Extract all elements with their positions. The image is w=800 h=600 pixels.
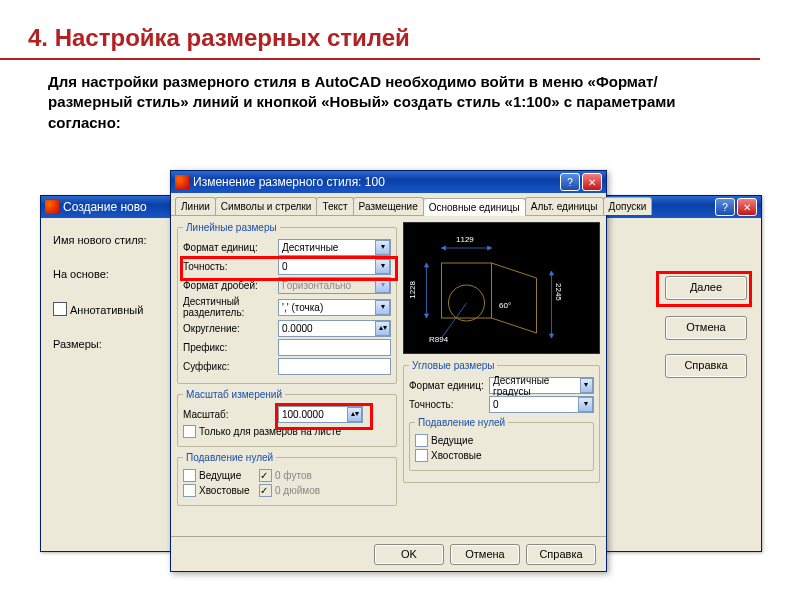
group-suppress: Подавление нулей Ведущие ✓0 футов Хвосто… bbox=[177, 452, 397, 506]
chevron-down-icon[interactable]: ▾ bbox=[375, 259, 390, 274]
label-round: Округление: bbox=[183, 323, 278, 334]
tab-bar: Линии Символы и стрелки Текст Размещение… bbox=[171, 193, 606, 216]
tab-tolerances[interactable]: Допуски bbox=[603, 197, 653, 215]
dialog-button-row: OK Отмена Справка bbox=[171, 536, 606, 571]
preview-dim-right: 2245 bbox=[554, 283, 563, 301]
label-precision: Точность: bbox=[183, 261, 278, 272]
app-icon bbox=[175, 175, 189, 189]
unit-format-combo[interactable]: Десятичные▾ bbox=[278, 239, 391, 256]
tab-text[interactable]: Текст bbox=[316, 197, 353, 215]
chevron-down-icon[interactable]: ▾ bbox=[580, 378, 593, 393]
cancel-button[interactable]: Отмена bbox=[450, 544, 520, 565]
label-inches: 0 дюймов bbox=[275, 485, 320, 496]
ang-precision-combo[interactable]: 0▾ bbox=[489, 396, 594, 413]
dimension-preview: 1129 1228 2245 60° R894 bbox=[403, 222, 600, 354]
preview-dim-left: 1228 bbox=[408, 281, 417, 299]
label-suffix: Суффикс: bbox=[183, 361, 278, 372]
chevron-down-icon[interactable]: ▾ bbox=[578, 397, 593, 412]
ok-button[interactable]: OK bbox=[374, 544, 444, 565]
spinner-icon[interactable]: ▴▾ bbox=[375, 321, 390, 336]
prefix-input[interactable] bbox=[278, 339, 391, 356]
layout-only-checkbox[interactable] bbox=[183, 425, 196, 438]
label-trailing: Хвостовые bbox=[199, 485, 259, 496]
group-ang-suppress: Подавление нулей Ведущие Хвостовые bbox=[409, 417, 594, 471]
scale-spinner[interactable]: 100.0000▴▾ bbox=[278, 406, 363, 423]
round-spinner[interactable]: 0.0000▴▾ bbox=[278, 320, 391, 337]
group-angular: Угловые размеры Формат единиц: Десятичны… bbox=[403, 360, 600, 483]
tab-fit[interactable]: Размещение bbox=[353, 197, 424, 215]
label-prefix: Префикс: bbox=[183, 342, 278, 353]
preview-dim-angle: 60° bbox=[499, 301, 511, 310]
help-icon[interactable]: ? bbox=[560, 173, 580, 191]
group-scale: Масштаб измерений Масштаб: 100.0000▴▾ То… bbox=[177, 389, 397, 447]
inches-checkbox: ✓ bbox=[259, 484, 272, 497]
label-fraction: Формат дробей: bbox=[183, 280, 278, 291]
ang-trailing-checkbox[interactable] bbox=[415, 449, 428, 462]
cancel-button-back[interactable]: Отмена bbox=[665, 316, 747, 340]
fraction-combo: Горизонтально▾ bbox=[278, 277, 391, 294]
window-title-front: Изменение размерного стиля: 100 bbox=[193, 175, 560, 189]
precision-combo[interactable]: 0▾ bbox=[278, 258, 391, 275]
label-ang-trailing: Хвостовые bbox=[431, 450, 482, 461]
label-scale: Масштаб: bbox=[183, 409, 278, 420]
modify-style-dialog: Изменение размерного стиля: 100 ? ✕ Лини… bbox=[170, 170, 607, 572]
preview-dim-top: 1129 bbox=[456, 235, 474, 244]
label-feet: 0 футов bbox=[275, 470, 312, 481]
tab-symbols[interactable]: Символы и стрелки bbox=[215, 197, 318, 215]
dialog-area: Создание ново ? ✕ Имя нового стиля: На о… bbox=[40, 170, 760, 570]
label-leading: Ведущие bbox=[199, 470, 259, 481]
tab-lines[interactable]: Линии bbox=[175, 197, 216, 215]
tab-alt-units[interactable]: Альт. единицы bbox=[525, 197, 604, 215]
legend-linear: Линейные размеры bbox=[183, 222, 280, 233]
label-ang-format: Формат единиц: bbox=[409, 380, 489, 391]
spinner-icon[interactable]: ▴▾ bbox=[347, 407, 362, 422]
chevron-down-icon: ▾ bbox=[375, 278, 390, 293]
label-ang-precision: Точность: bbox=[409, 399, 489, 410]
legend-ang-suppress: Подавление нулей bbox=[415, 417, 508, 428]
svg-rect-0 bbox=[442, 263, 492, 318]
label-unit-format: Формат единиц: bbox=[183, 242, 278, 253]
close-icon[interactable]: ✕ bbox=[737, 198, 757, 216]
titlebar-front[interactable]: Изменение размерного стиля: 100 ? ✕ bbox=[171, 171, 606, 193]
legend-suppress: Подавление нулей bbox=[183, 452, 276, 463]
help-button-back[interactable]: Справка bbox=[665, 354, 747, 378]
ang-leading-checkbox[interactable] bbox=[415, 434, 428, 447]
legend-scale: Масштаб измерений bbox=[183, 389, 285, 400]
separator-combo[interactable]: ',' (точка)▾ bbox=[278, 299, 391, 316]
tab-primary-units[interactable]: Основные единицы bbox=[423, 198, 526, 216]
slide-body-text: Для настройки размерного стиля в AutoCAD… bbox=[0, 72, 800, 133]
slide-title: 4. Настройка размерных стилей bbox=[0, 0, 760, 60]
annotative-checkbox[interactable] bbox=[53, 302, 67, 316]
label-layout-only: Только для размеров на листе bbox=[199, 426, 341, 437]
suffix-input[interactable] bbox=[278, 358, 391, 375]
label-separator: Десятичный разделитель: bbox=[183, 296, 278, 318]
close-icon[interactable]: ✕ bbox=[582, 173, 602, 191]
legend-angular: Угловые размеры bbox=[409, 360, 497, 371]
trailing-checkbox[interactable] bbox=[183, 484, 196, 497]
ang-format-combo[interactable]: Десятичные градусы▾ bbox=[489, 377, 594, 394]
label-ang-leading: Ведущие bbox=[431, 435, 473, 446]
app-icon bbox=[45, 200, 59, 214]
chevron-down-icon[interactable]: ▾ bbox=[375, 240, 390, 255]
feet-checkbox: ✓ bbox=[259, 469, 272, 482]
leading-checkbox[interactable] bbox=[183, 469, 196, 482]
label-annotative: Аннотативный bbox=[70, 304, 143, 316]
next-button[interactable]: Далее bbox=[665, 276, 747, 300]
help-button[interactable]: Справка bbox=[526, 544, 596, 565]
preview-dim-radius: R894 bbox=[429, 335, 448, 344]
chevron-down-icon[interactable]: ▾ bbox=[375, 300, 390, 315]
group-linear: Линейные размеры Формат единиц: Десятичн… bbox=[177, 222, 397, 384]
help-icon[interactable]: ? bbox=[715, 198, 735, 216]
